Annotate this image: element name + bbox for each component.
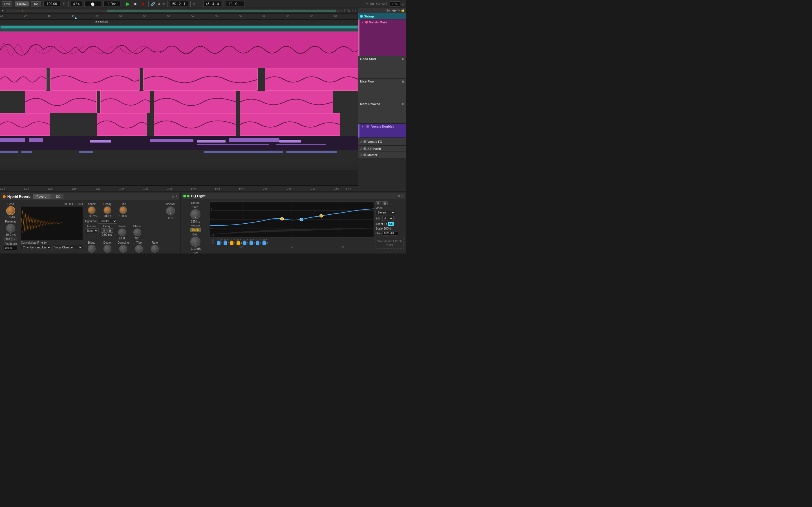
eq-point-3[interactable] bbox=[280, 217, 284, 221]
eq-graph[interactable]: 6 0 -6 -12 bbox=[210, 202, 374, 237]
ir-prev-btn[interactable]: ◀ bbox=[41, 240, 43, 244]
band-2-box[interactable] bbox=[223, 241, 227, 245]
phase-knob[interactable] bbox=[133, 228, 141, 236]
nice-flow-clip4[interactable] bbox=[240, 91, 333, 113]
good-start-clip2[interactable] bbox=[50, 68, 140, 91]
eq-point-4[interactable] bbox=[300, 218, 303, 221]
more-relaxed-clip3[interactable] bbox=[154, 113, 236, 136]
tempo-display[interactable]: 129.00 bbox=[43, 1, 60, 7]
band-7-type[interactable]: ↗ bbox=[259, 238, 261, 241]
good-start-clip1[interactable] bbox=[0, 68, 47, 91]
eq-active-dot[interactable] bbox=[187, 194, 190, 198]
master-track-content[interactable] bbox=[0, 164, 358, 170]
vintage-mode-btn[interactable]: Subtle bbox=[190, 228, 201, 232]
nice-flow-track-content[interactable] bbox=[0, 91, 358, 113]
a-reverb-track-content[interactable] bbox=[0, 158, 358, 164]
sidebar-item-vocals-main[interactable]: ▼ Vocals Main bbox=[358, 19, 406, 56]
eq-help-icon[interactable]: ? bbox=[402, 194, 403, 198]
nice-flow-fold[interactable]: ⊞ bbox=[402, 80, 404, 83]
band-3-box[interactable] bbox=[230, 241, 234, 245]
vd-clip4[interactable] bbox=[150, 139, 193, 142]
good-start-track-content[interactable] bbox=[0, 68, 358, 91]
sidebar-item-vocals-doubled[interactable]: ▼ Vocals Doubled bbox=[358, 124, 406, 138]
feedback-input[interactable] bbox=[4, 246, 18, 250]
drop-area[interactable]: Drop Audio Effects Here bbox=[375, 237, 404, 249]
nice-flow-clip1[interactable] bbox=[25, 91, 97, 113]
pencil-icon[interactable]: ✏ bbox=[398, 8, 401, 12]
sidebar-item-vocals-fx[interactable]: ▷ Vocals FX bbox=[358, 138, 406, 146]
vocals-fx-track-content[interactable] bbox=[0, 150, 358, 158]
collapse-btn[interactable]: ▼ bbox=[1, 9, 4, 13]
stop-button[interactable]: ■ bbox=[133, 1, 138, 7]
sidebar-item-good-start[interactable]: Good Start ⊞ bbox=[358, 56, 406, 78]
metronome-btn[interactable]: ⬤ bbox=[84, 1, 101, 7]
more-relaxed-clip2[interactable] bbox=[97, 113, 147, 136]
reverb-waveform-display[interactable] bbox=[21, 206, 83, 240]
drywet-knob[interactable] bbox=[166, 207, 175, 216]
good-start-clip4[interactable] bbox=[265, 68, 358, 91]
blend-knob[interactable] bbox=[88, 245, 96, 252]
gain2-input[interactable] bbox=[383, 231, 398, 235]
band-4-box[interactable] bbox=[237, 241, 240, 245]
set-label[interactable]: Set bbox=[386, 9, 391, 12]
reverb-help-icon[interactable]: ? bbox=[175, 195, 177, 199]
more-relaxed-fold[interactable]: ⊞ bbox=[402, 103, 404, 106]
ir-preset-select[interactable]: Vocal Chamber bbox=[52, 245, 83, 250]
tide-knob[interactable] bbox=[135, 245, 143, 252]
ir-room-select[interactable]: Chambers and Large Rooms bbox=[21, 245, 51, 250]
delay-note-btn[interactable]: ⊞ bbox=[107, 228, 113, 233]
band-3-shape[interactable]: ⊡ bbox=[231, 238, 233, 241]
time-sig-display[interactable]: 4 / 4 bbox=[71, 1, 82, 7]
vd-clip7[interactable] bbox=[280, 140, 301, 143]
eq-power-dot[interactable] bbox=[183, 194, 186, 198]
reverb-power-dot[interactable] bbox=[3, 195, 6, 198]
band-8-type[interactable]: ↗ bbox=[265, 238, 267, 241]
vocals-main-track-content[interactable] bbox=[0, 32, 358, 68]
freq-knob[interactable] bbox=[190, 209, 200, 219]
attack-knob[interactable] bbox=[88, 206, 96, 214]
vd-clip8[interactable] bbox=[197, 144, 269, 145]
good-start-clip3[interactable] bbox=[143, 68, 258, 91]
eq-view-btn2[interactable]: ▦ bbox=[382, 202, 388, 205]
sidebar-item-nice-flow[interactable]: Nice Flow ⊞ bbox=[358, 78, 406, 101]
mini-timeline[interactable] bbox=[6, 10, 343, 12]
freeze-select[interactable]: Tides bbox=[85, 228, 99, 233]
size-knob[interactable] bbox=[119, 206, 127, 214]
nice-flow-clip2[interactable] bbox=[100, 91, 151, 113]
sidebar-item-master[interactable]: ▷ Master bbox=[358, 152, 406, 158]
band-1-type[interactable]: ↗ bbox=[220, 238, 222, 241]
vfx-clip1[interactable] bbox=[0, 151, 18, 153]
play-button[interactable]: ▶ bbox=[125, 1, 131, 7]
position-display[interactable]: 50 . 2 . 1 bbox=[170, 1, 188, 7]
nav-back[interactable]: ◀ bbox=[392, 8, 394, 12]
reverb-settings-icon[interactable]: ⚙ bbox=[171, 195, 174, 199]
note-button[interactable]: ♩ bbox=[12, 237, 17, 241]
band-6-box[interactable] bbox=[250, 241, 253, 245]
tab-reverb[interactable]: Reverb bbox=[33, 194, 49, 199]
band-7-box[interactable] bbox=[256, 241, 259, 245]
mode-select[interactable]: Stereo bbox=[375, 210, 395, 215]
vfx-clip2[interactable] bbox=[21, 151, 32, 153]
band-6-shape[interactable]: ⊡ bbox=[250, 238, 252, 241]
band-4-shape[interactable]: ⊡ bbox=[237, 238, 239, 241]
band-5-box[interactable] bbox=[243, 241, 246, 245]
eq-view-btn1[interactable]: ⊞ bbox=[375, 202, 381, 205]
ms-button[interactable]: ms bbox=[4, 237, 11, 241]
algorithm-select[interactable]: Parallel bbox=[98, 219, 117, 224]
vfx-clip4[interactable] bbox=[204, 151, 283, 153]
band-1-shape[interactable]: ⊡ bbox=[218, 238, 220, 241]
adapt-q-toggle[interactable]: On bbox=[388, 222, 394, 226]
vfx-clip5[interactable] bbox=[287, 151, 337, 153]
vfx-clip3[interactable] bbox=[79, 151, 93, 153]
vocals-main-clip[interactable] bbox=[0, 32, 358, 68]
tab-eq[interactable]: EQ bbox=[50, 194, 64, 199]
band-4-type[interactable]: ↗ bbox=[239, 238, 241, 241]
groove-display[interactable]: 1 Bar bbox=[103, 1, 120, 7]
band-8-shape[interactable]: ⊡ bbox=[263, 238, 265, 241]
nice-flow-clip3[interactable] bbox=[154, 91, 236, 113]
band-5-shape[interactable]: ⊡ bbox=[244, 238, 246, 241]
position-display2[interactable]: 45 . 4 . 4 bbox=[203, 1, 221, 7]
more-relaxed-clip4[interactable] bbox=[240, 113, 340, 136]
filter-icon2[interactable]: ⊡ bbox=[212, 242, 214, 244]
filter-icon[interactable]: ⊡ bbox=[212, 239, 214, 242]
